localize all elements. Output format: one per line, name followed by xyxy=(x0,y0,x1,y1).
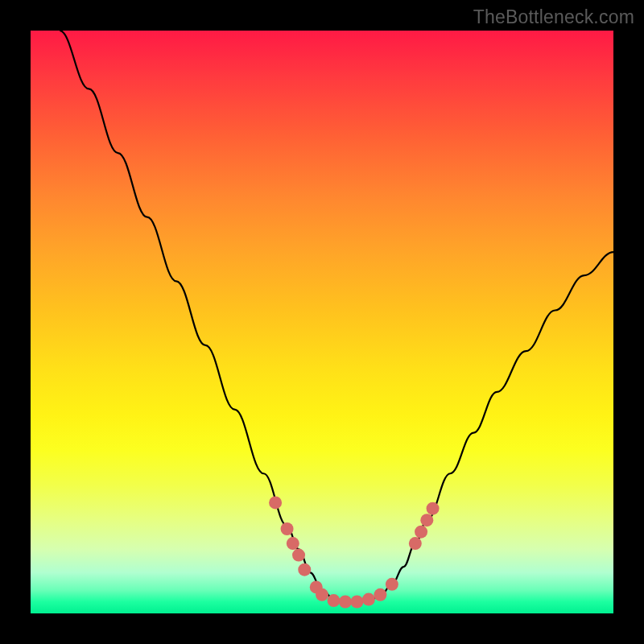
marker-dot xyxy=(327,594,340,607)
marker-dot xyxy=(350,596,363,609)
marker-dot xyxy=(427,502,440,515)
marker-dot xyxy=(316,588,328,601)
marker-dot xyxy=(292,549,305,562)
chart-svg xyxy=(31,31,613,613)
marker-dot xyxy=(339,596,352,609)
marker-dot xyxy=(269,496,282,509)
marker-dot xyxy=(415,526,427,539)
marker-dot xyxy=(281,522,294,535)
marker-dot xyxy=(298,564,311,576)
marker-dot xyxy=(420,514,433,526)
marker-dot xyxy=(409,537,422,550)
bottleneck-curve xyxy=(60,31,613,602)
marker-dot xyxy=(374,588,386,601)
marker-dot xyxy=(362,593,375,606)
marker-dots-group xyxy=(269,496,439,608)
chart-plot-area xyxy=(31,31,613,613)
watermark-text: TheBottleneck.com xyxy=(473,6,634,28)
marker-dot xyxy=(386,578,398,591)
marker-dot xyxy=(287,537,299,550)
